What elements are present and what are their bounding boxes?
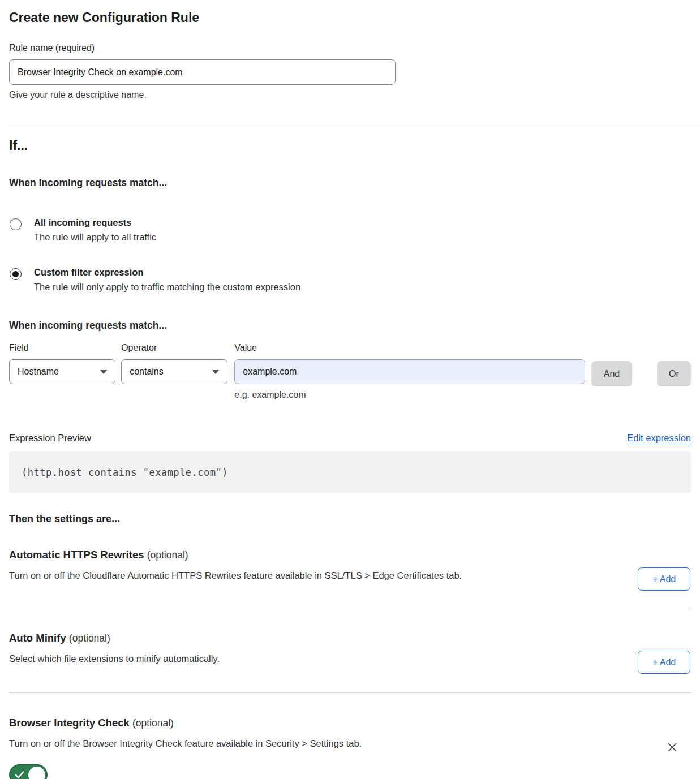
expression-preview-label: Expression Preview	[9, 433, 91, 444]
value-input[interactable]	[234, 359, 585, 384]
field-select-value: Hostname	[18, 367, 100, 377]
setting-auto-minify: Auto Minify (optional) Select which file…	[9, 632, 691, 693]
operator-select[interactable]: contains	[121, 359, 227, 384]
builder-heading: When incoming requests match...	[9, 320, 691, 332]
setting-optional-tag: (optional)	[147, 549, 188, 561]
match-type-heading: When incoming requests match...	[9, 177, 691, 189]
operator-label: Operator	[121, 343, 227, 353]
operator-select-value: contains	[130, 367, 212, 377]
setting-optional-tag: (optional)	[132, 717, 174, 729]
or-button[interactable]: Or	[657, 361, 691, 386]
edit-expression-link[interactable]: Edit expression	[627, 433, 691, 444]
radio-option-custom-expression[interactable]: Custom filter expression The rule will o…	[9, 267, 691, 292]
value-label: Value	[234, 343, 585, 353]
setting-divider	[9, 608, 691, 608]
setting-browser-integrity-check: Browser Integrity Check (optional) Turn …	[9, 717, 691, 779]
setting-title: Auto Minify	[9, 632, 66, 644]
check-icon	[15, 770, 24, 779]
expression-code: (http.host contains "example.com")	[22, 467, 228, 478]
rule-name-label: Rule name (required)	[9, 43, 691, 53]
then-settings-heading: Then the settings are...	[9, 513, 691, 525]
field-select[interactable]: Hostname	[9, 359, 115, 384]
setting-description: Select which file extensions to minify a…	[9, 653, 575, 664]
setting-description: Turn on or off the Cloudflare Automatic …	[9, 570, 575, 581]
add-automatic-https-rewrites-button[interactable]: + Add	[638, 567, 690, 591]
radio-all-requests[interactable]	[10, 218, 22, 230]
radio-custom-expression[interactable]	[10, 268, 22, 280]
radio-custom-expression-label: Custom filter expression	[34, 267, 300, 278]
expression-preview-block: (http.host contains "example.com")	[9, 451, 691, 493]
browser-integrity-check-toggle[interactable]	[9, 764, 48, 779]
chevron-down-icon	[100, 370, 107, 374]
radio-option-all-requests[interactable]: All incoming requests The rule will appl…	[9, 217, 691, 243]
close-icon[interactable]	[666, 741, 678, 754]
chevron-down-icon	[212, 370, 219, 374]
section-divider	[5, 123, 700, 123]
and-button[interactable]: And	[591, 361, 632, 386]
setting-title: Browser Integrity Check	[9, 717, 130, 729]
expression-builder: When incoming requests match... Field Ho…	[9, 320, 691, 400]
setting-title: Automatic HTTPS Rewrites	[9, 549, 144, 561]
rule-name-input[interactable]	[9, 59, 396, 85]
toggle-knob	[28, 767, 45, 779]
setting-automatic-https-rewrites: Automatic HTTPS Rewrites (optional) Turn…	[9, 549, 691, 608]
radio-all-requests-description: The rule will apply to all traffic	[34, 232, 156, 243]
setting-optional-tag: (optional)	[69, 632, 110, 644]
setting-description: Turn on or off the Browser Integrity Che…	[9, 738, 575, 749]
field-label: Field	[9, 343, 115, 353]
add-auto-minify-button[interactable]: + Add	[638, 651, 690, 674]
radio-custom-expression-description: The rule will only apply to traffic matc…	[34, 282, 300, 292]
if-heading: If...	[9, 138, 691, 153]
create-configuration-rule-form: Create new Configuration Rule Rule name …	[0, 0, 700, 779]
rule-name-helper: Give your rule a descriptive name.	[9, 90, 691, 100]
setting-divider	[9, 692, 691, 693]
page-title: Create new Configuration Rule	[9, 10, 691, 25]
radio-all-requests-label: All incoming requests	[34, 217, 156, 228]
value-helper: e.g. example.com	[234, 390, 585, 400]
